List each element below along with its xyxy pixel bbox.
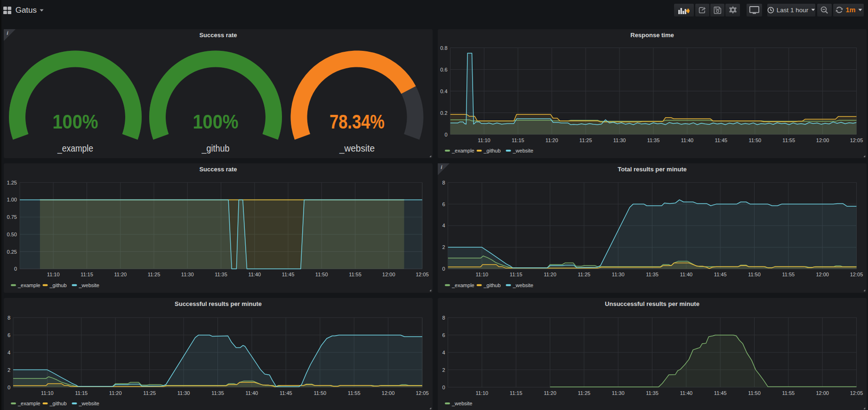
svg-text:11:35: 11:35 <box>646 390 659 396</box>
svg-text:0.8: 0.8 <box>440 45 447 50</box>
svg-text:11:45: 11:45 <box>282 272 295 277</box>
svg-text:_example: _example <box>451 282 474 288</box>
svg-text:11:25: 11:25 <box>578 390 590 396</box>
svg-text:_example: _example <box>17 282 40 288</box>
svg-text:11:40: 11:40 <box>680 272 692 277</box>
svg-text:8: 8 <box>442 180 445 185</box>
svg-text:11:20: 11:20 <box>545 137 558 143</box>
svg-text:0: 0 <box>442 385 445 390</box>
svg-text:11:15: 11:15 <box>509 390 522 396</box>
svg-text:11:20: 11:20 <box>544 390 556 396</box>
svg-text:11:50: 11:50 <box>748 272 761 277</box>
svg-text:_example: _example <box>451 148 474 153</box>
svg-text:11:25: 11:25 <box>579 137 592 143</box>
svg-text:11:55: 11:55 <box>349 272 362 277</box>
svg-text:0.25: 0.25 <box>7 249 17 255</box>
svg-text:11:45: 11:45 <box>714 390 726 396</box>
svg-text:6: 6 <box>442 332 445 338</box>
svg-text:11:15: 11:15 <box>75 390 88 396</box>
svg-text:11:20: 11:20 <box>109 390 122 396</box>
svg-text:12:00: 12:00 <box>816 390 829 396</box>
svg-text:100%: 100% <box>53 110 98 132</box>
svg-text:0.4: 0.4 <box>440 88 447 94</box>
svg-text:11:35: 11:35 <box>646 272 659 277</box>
svg-text:12:05: 12:05 <box>850 390 863 396</box>
svg-text:Total results per minute: Total results per minute <box>618 166 686 173</box>
svg-text:11:40: 11:40 <box>681 137 693 143</box>
svg-text:11:10: 11:10 <box>475 272 488 277</box>
svg-text:11:15: 11:15 <box>511 137 524 143</box>
svg-text:12:05: 12:05 <box>416 390 429 396</box>
svg-text:Success rate: Success rate <box>199 166 237 173</box>
svg-text:_github: _github <box>483 282 500 288</box>
svg-text:_website: _website <box>339 143 375 153</box>
svg-text:6: 6 <box>8 332 10 338</box>
svg-text:i: i <box>441 165 442 170</box>
svg-text:_example: _example <box>17 401 40 406</box>
svg-text:11:50: 11:50 <box>748 390 761 396</box>
svg-text:11:10: 11:10 <box>475 390 488 396</box>
svg-text:8: 8 <box>442 315 445 321</box>
svg-text:12:00: 12:00 <box>382 272 395 277</box>
svg-text:2: 2 <box>8 367 10 373</box>
svg-text:_website: _website <box>451 401 472 406</box>
svg-text:11:20: 11:20 <box>114 272 127 277</box>
svg-text:0.6: 0.6 <box>440 66 447 72</box>
svg-text:1.25: 1.25 <box>7 180 17 185</box>
svg-text:100%: 100% <box>193 110 239 132</box>
svg-text:1.00: 1.00 <box>7 197 17 203</box>
svg-text:11:15: 11:15 <box>80 272 93 277</box>
svg-text:11:10: 11:10 <box>47 272 60 277</box>
svg-text:_website: _website <box>512 148 533 153</box>
svg-text:0: 0 <box>444 131 447 137</box>
svg-text:11:50: 11:50 <box>313 390 326 396</box>
svg-text:i: i <box>7 31 8 36</box>
svg-text:11:10: 11:10 <box>478 137 490 143</box>
svg-text:78.34%: 78.34% <box>330 110 385 132</box>
svg-text:Success rate: Success rate <box>199 31 237 38</box>
svg-text:_github: _github <box>49 401 67 406</box>
svg-text:4: 4 <box>442 223 445 229</box>
svg-text:11:35: 11:35 <box>211 390 224 396</box>
svg-text:_github: _github <box>49 282 67 288</box>
svg-text:_github: _github <box>483 148 500 153</box>
svg-text:_github: _github <box>201 143 230 153</box>
svg-text:11:55: 11:55 <box>782 137 795 143</box>
svg-text:11:25: 11:25 <box>143 390 156 396</box>
svg-text:0.50: 0.50 <box>7 232 17 237</box>
svg-text:0.75: 0.75 <box>7 214 17 220</box>
svg-text:4: 4 <box>8 350 10 355</box>
svg-text:11:35: 11:35 <box>215 272 227 277</box>
svg-text:0: 0 <box>8 385 10 390</box>
svg-text:_website: _website <box>79 282 99 288</box>
svg-text:11:10: 11:10 <box>41 390 54 396</box>
svg-text:2: 2 <box>442 245 445 250</box>
svg-text:11:40: 11:40 <box>246 390 258 396</box>
svg-text:Response time: Response time <box>630 31 674 38</box>
svg-text:11:30: 11:30 <box>611 390 624 396</box>
svg-text:4: 4 <box>442 350 445 355</box>
svg-text:11:55: 11:55 <box>782 390 795 396</box>
svg-text:Unsuccessful results per minut: Unsuccessful results per minute <box>605 300 699 307</box>
svg-text:12:00: 12:00 <box>816 272 829 277</box>
svg-text:12:05: 12:05 <box>850 272 863 277</box>
svg-text:0.2: 0.2 <box>440 110 447 115</box>
svg-text:11:45: 11:45 <box>715 137 727 143</box>
svg-text:11:40: 11:40 <box>680 390 692 396</box>
svg-text:2: 2 <box>442 367 445 373</box>
svg-text:6: 6 <box>442 201 445 207</box>
svg-text:11:50: 11:50 <box>748 137 761 143</box>
svg-text:11:30: 11:30 <box>181 272 194 277</box>
svg-text:12:00: 12:00 <box>382 390 395 396</box>
svg-text:8: 8 <box>8 315 10 321</box>
svg-text:11:50: 11:50 <box>315 272 328 277</box>
svg-text:11:55: 11:55 <box>782 272 795 277</box>
svg-text:12:00: 12:00 <box>816 137 829 143</box>
svg-text:11:40: 11:40 <box>248 272 261 277</box>
svg-text:11:45: 11:45 <box>714 272 726 277</box>
svg-text:11:15: 11:15 <box>509 272 522 277</box>
svg-text:Successful results per minute: Successful results per minute <box>175 300 262 307</box>
svg-text:11:35: 11:35 <box>647 137 659 143</box>
svg-text:11:25: 11:25 <box>578 272 590 277</box>
svg-text:11:30: 11:30 <box>613 137 626 143</box>
